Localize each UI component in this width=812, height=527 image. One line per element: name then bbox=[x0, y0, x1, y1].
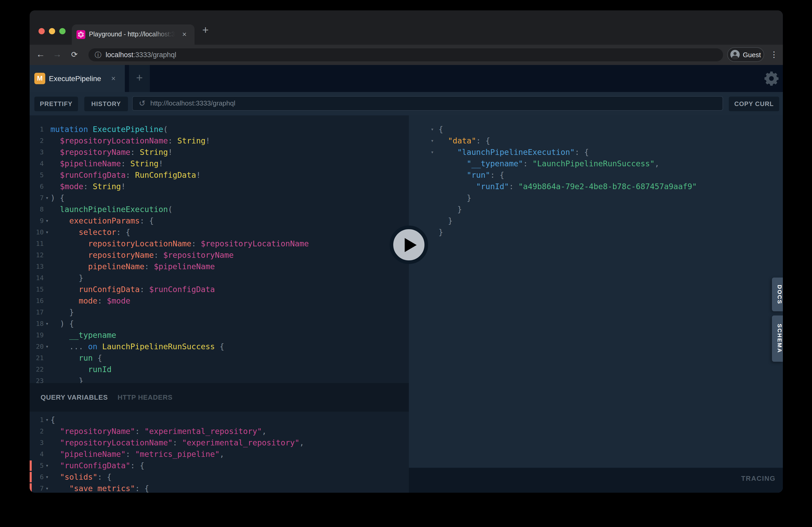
prettify-button[interactable]: PRETTIFY bbox=[34, 97, 78, 111]
playground-tab-title: ExecutePipeline bbox=[49, 65, 101, 92]
code-line: 16 mode: $mode bbox=[30, 295, 409, 307]
code-line: "runId": "a49b864a-79e2-4be8-b78c-687457… bbox=[409, 181, 783, 192]
fold-arrow-icon[interactable]: ▾ bbox=[44, 483, 50, 493]
code-line: 20▾ ... on LaunchPipelineRunSuccess { bbox=[30, 341, 409, 352]
playground-tab-close-icon[interactable]: ✕ bbox=[109, 74, 118, 83]
fold-arrow-icon[interactable]: ▾ bbox=[409, 135, 438, 147]
fold-arrow-icon[interactable]: ▾ bbox=[44, 471, 50, 483]
traffic-light-minimize-icon[interactable] bbox=[49, 28, 55, 34]
code-line: 22 runId bbox=[30, 364, 409, 375]
tracing-bar: TRACING bbox=[409, 468, 783, 493]
code-line: 19 __typename bbox=[30, 330, 409, 341]
reload-icon[interactable]: ⟳ bbox=[68, 45, 81, 65]
screen: Playground - http://localhost:3 ✕ + ← → … bbox=[0, 0, 812, 527]
browser-menu-icon[interactable]: ⋮ bbox=[769, 47, 779, 62]
response-viewer[interactable]: ▾{▾ "data": {▾ "launchPipelineExecution"… bbox=[409, 115, 783, 468]
fold-spacer bbox=[44, 261, 50, 272]
settings-gear-icon[interactable] bbox=[763, 70, 780, 87]
fold-spacer bbox=[44, 307, 50, 318]
fold-spacer bbox=[409, 158, 438, 169]
browser-window: Playground - http://localhost:3 ✕ + ← → … bbox=[30, 10, 783, 493]
fold-spacer bbox=[44, 449, 50, 460]
code-line: 4 "pipelineName": "metrics_pipeline", bbox=[30, 449, 409, 460]
fold-spacer bbox=[44, 437, 50, 449]
playground-new-tab-button[interactable]: + bbox=[129, 65, 150, 92]
site-info-icon[interactable]: ⓘ bbox=[95, 48, 101, 61]
fold-arrow-icon[interactable]: ▾ bbox=[44, 227, 50, 238]
code-line: 6▾ "solids": { bbox=[30, 471, 409, 483]
fold-arrow-icon[interactable]: ▾ bbox=[44, 341, 50, 352]
code-line: } bbox=[409, 204, 783, 215]
traffic-light-zoom-icon[interactable] bbox=[59, 28, 66, 34]
code-line: "__typename": "LaunchPipelineRunSuccess"… bbox=[409, 158, 783, 169]
code-line: 11 repositoryLocationName: $repositoryLo… bbox=[30, 238, 409, 250]
address-bar[interactable]: ⓘ localhost:3333/graphql bbox=[88, 48, 723, 61]
fold-spacer bbox=[44, 250, 50, 261]
fold-arrow-icon[interactable]: ▾ bbox=[409, 124, 438, 135]
avatar-icon bbox=[730, 50, 740, 59]
tab-http-headers[interactable]: HTTP HEADERS bbox=[118, 383, 172, 412]
code-line: 10▾ selector: { bbox=[30, 227, 409, 238]
code-line: 21 run { bbox=[30, 352, 409, 364]
browser-tab[interactable]: Playground - http://localhost:3 ✕ bbox=[72, 25, 194, 45]
code-line: } bbox=[409, 227, 783, 238]
undo-icon[interactable]: ↺ bbox=[139, 97, 145, 110]
fold-arrow-icon[interactable]: ▾ bbox=[44, 318, 50, 330]
code-line: } bbox=[409, 215, 783, 227]
fold-spacer bbox=[44, 169, 50, 181]
tab-close-icon[interactable]: ✕ bbox=[180, 30, 189, 39]
profile-button[interactable]: Guest bbox=[727, 47, 764, 62]
forward-icon[interactable]: → bbox=[50, 45, 64, 65]
fold-arrow-icon[interactable]: ▾ bbox=[409, 147, 438, 158]
schema-side-tab[interactable]: SCHEMA bbox=[772, 315, 783, 362]
code-line: 7▾) { bbox=[30, 192, 409, 204]
code-line: 23 } bbox=[30, 375, 409, 383]
code-line: 14 } bbox=[30, 272, 409, 284]
code-line: 18▾ ) { bbox=[30, 318, 409, 330]
code-line: 8 launchPipelineExecution( bbox=[30, 204, 409, 215]
url-host: localhost bbox=[106, 51, 133, 59]
fold-spacer bbox=[409, 215, 438, 227]
query-pane: 1mutation ExecutePipeline(2 $repositoryL… bbox=[30, 115, 409, 493]
query-editor[interactable]: 1mutation ExecutePipeline(2 $repositoryL… bbox=[30, 115, 409, 383]
query-variables-editor[interactable]: 1▾{2 "repositoryName": "experimental_rep… bbox=[30, 412, 409, 493]
docs-side-tab[interactable]: DOCS bbox=[772, 277, 783, 311]
code-line: 3 $repositoryName: String! bbox=[30, 147, 409, 158]
back-icon[interactable]: ← bbox=[34, 45, 47, 65]
browser-tab-strip: Playground - http://localhost:3 ✕ + bbox=[30, 10, 783, 45]
playground-tab-executepipeline[interactable]: M ExecutePipeline ✕ bbox=[30, 65, 125, 92]
code-line: 6 $mode: String! bbox=[30, 181, 409, 192]
new-tab-button[interactable]: + bbox=[199, 24, 212, 37]
fold-spacer bbox=[409, 181, 438, 192]
fold-arrow-icon[interactable]: ▾ bbox=[44, 414, 50, 426]
fold-arrow-icon[interactable]: ▾ bbox=[44, 460, 50, 471]
code-line: 4 $pipelineName: String! bbox=[30, 158, 409, 169]
fold-spacer bbox=[44, 284, 50, 295]
tab-query-variables[interactable]: QUERY VARIABLES bbox=[41, 383, 108, 412]
fold-arrow-icon[interactable]: ▾ bbox=[44, 192, 50, 204]
code-line: 13 pipelineName: $pipelineName bbox=[30, 261, 409, 272]
code-line: 15 runConfigData: $runConfigData bbox=[30, 284, 409, 295]
code-line: 7▾ "save_metrics": { bbox=[30, 483, 409, 493]
code-line: ▾ "data": { bbox=[409, 135, 783, 147]
execute-play-button[interactable] bbox=[390, 226, 428, 264]
code-line: 2 "repositoryName": "experimental_reposi… bbox=[30, 426, 409, 437]
fold-arrow-icon[interactable]: ▾ bbox=[44, 215, 50, 227]
code-line: "run": { bbox=[409, 169, 783, 181]
code-line: } bbox=[409, 192, 783, 204]
fold-spacer bbox=[44, 375, 50, 383]
tracing-toggle[interactable]: TRACING bbox=[741, 468, 775, 490]
fold-spacer bbox=[409, 204, 438, 215]
code-line: 2 $repositoryLocationName: String! bbox=[30, 135, 409, 147]
history-button[interactable]: HISTORY bbox=[84, 97, 128, 111]
code-line: 12 repositoryName: $repositoryName bbox=[30, 250, 409, 261]
fold-spacer bbox=[44, 158, 50, 169]
results-pane: ▾{▾ "data": {▾ "launchPipelineExecution"… bbox=[409, 115, 783, 493]
profile-label: Guest bbox=[743, 48, 761, 62]
code-line: ▾ "launchPipelineExecution": { bbox=[409, 147, 783, 158]
copy-curl-button[interactable]: COPY CURL bbox=[729, 97, 779, 111]
traffic-light-close-icon[interactable] bbox=[39, 28, 45, 34]
code-line: 1▾{ bbox=[30, 414, 409, 426]
code-line: 9▾ executionParams: { bbox=[30, 215, 409, 227]
endpoint-input[interactable]: ↺ http://localhost:3333/graphql bbox=[132, 96, 723, 111]
